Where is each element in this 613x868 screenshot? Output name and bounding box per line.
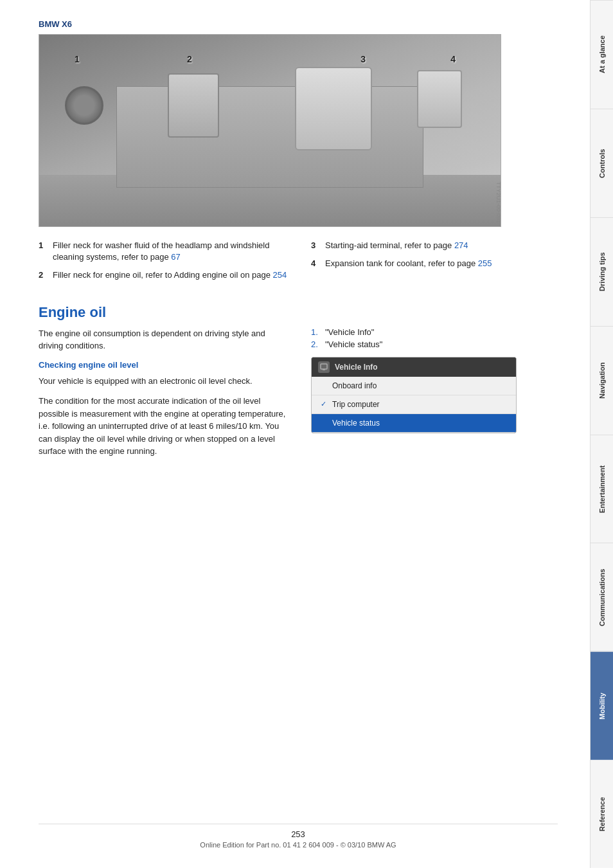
item-2: 2 Filler neck for engine oil, refer to A… [39, 269, 292, 281]
main-content: BMW X6 1 2 3 4 TTY2U1-00-091 1 Fil [0, 0, 590, 868]
engine-part-filler [65, 86, 103, 125]
image-watermark: TTY2U1-00-091 [495, 181, 501, 223]
engine-oil-intro: The engine oil consumption is dependent … [39, 327, 292, 352]
sidebar-tab-reference[interactable]: Reference [591, 760, 613, 868]
section-left: The engine oil consumption is dependent … [39, 327, 292, 466]
check-onboard [321, 382, 328, 390]
sidebar-tab-communications[interactable]: Communications [591, 543, 613, 651]
page-footer: 253 Online Edition for Part no. 01 41 2 … [39, 824, 558, 849]
item-1-number: 1 [39, 240, 48, 263]
sidebar-tab-at-a-glance[interactable]: At a glance [591, 0, 613, 109]
check-trip: ✓ [321, 400, 328, 408]
item-3-number: 3 [311, 240, 320, 251]
vehicle-info-icon [318, 361, 330, 373]
engine-part-oil [168, 73, 219, 138]
svg-rect-0 [321, 364, 327, 369]
menu-trip-computer[interactable]: ✓ Trip computer [312, 395, 516, 414]
sidebar-tab-mobility[interactable]: Mobility [591, 651, 613, 760]
item-3-text: Starting-aid terminal, refer to page 274 [325, 240, 468, 251]
item-4-number: 4 [311, 258, 320, 269]
sidebar: At a glance Controls Driving tips Naviga… [590, 0, 613, 868]
engine-label-1: 1 [75, 54, 80, 64]
items-left-col: 1 Filler neck for washer fluid of the he… [39, 240, 292, 288]
check-vehicle-status [321, 419, 328, 427]
step-1-text: "Vehicle Info" [325, 327, 374, 337]
sidebar-tab-entertainment[interactable]: Entertainment [591, 435, 613, 543]
sidebar-tab-controls[interactable]: Controls [591, 109, 613, 217]
vehicle-info-screenshot: Vehicle Info Onboard info ✓ Trip compute… [311, 357, 517, 433]
oil-level-text-1: Your vehicle is equipped with an electro… [39, 375, 292, 388]
menu-vehicle-status[interactable]: Vehicle status [312, 414, 516, 433]
step-2: 2. "Vehicle status" [311, 339, 564, 349]
steps-list: 1. "Vehicle Info" 2. "Vehicle status" [311, 327, 564, 349]
items-right-col: 3 Starting-aid terminal, refer to page 2… [311, 240, 564, 288]
item-1-text: Filler neck for washer fluid of the head… [53, 240, 292, 263]
item-2-text: Filler neck for engine oil, refer to Add… [53, 269, 287, 281]
step-2-text: "Vehicle status" [325, 339, 382, 349]
engine-bay-image: 1 2 3 4 TTY2U1-00-091 [39, 34, 501, 227]
item-4-link[interactable]: 255 [478, 258, 492, 268]
item-4-text: Expansion tank for coolant, refer to pag… [325, 258, 492, 269]
engine-label-3: 3 [360, 54, 366, 64]
engine-oil-title: Engine oil [39, 304, 564, 321]
copyright-text: Online Edition for Part no. 01 41 2 604 … [200, 841, 396, 849]
oil-level-text-2: The condition for the most accurate indi… [39, 395, 292, 458]
vehicle-label: BMW X6 [39, 19, 564, 29]
item-1: 1 Filler neck for washer fluid of the he… [39, 240, 292, 263]
item-3: 3 Starting-aid terminal, refer to page 2… [311, 240, 564, 251]
screenshot-header: Vehicle Info [312, 357, 516, 377]
item-4: 4 Expansion tank for coolant, refer to p… [311, 258, 564, 269]
engine-oil-body: The engine oil consumption is dependent … [39, 327, 564, 466]
page-number: 253 [39, 829, 558, 839]
menu-onboard-info[interactable]: Onboard info [312, 377, 516, 395]
checking-oil-subtitle: Checking engine oil level [39, 360, 292, 370]
vehicle-info-title: Vehicle Info [335, 363, 378, 372]
item-3-link[interactable]: 274 [454, 240, 468, 250]
step-1-num: 1. [311, 327, 321, 337]
item-2-link[interactable]: 254 [273, 270, 287, 280]
engine-label-4: 4 [450, 54, 456, 64]
engine-label-2: 2 [187, 54, 192, 64]
item-1-link[interactable]: 67 [171, 252, 180, 262]
menu-vehicle-status-label: Vehicle status [332, 419, 380, 428]
screenshot-menu: Onboard info ✓ Trip computer Vehicle sta… [312, 377, 516, 433]
section-right: 1. "Vehicle Info" 2. "Vehicle status" [311, 327, 564, 466]
menu-trip-label: Trip computer [332, 400, 380, 409]
step-2-num: 2. [311, 339, 321, 349]
item-2-number: 2 [39, 269, 48, 281]
step-1: 1. "Vehicle Info" [311, 327, 564, 337]
engine-part-coolant-tank [295, 67, 372, 150]
sidebar-tab-navigation[interactable]: Navigation [591, 326, 613, 435]
engine-part-expansion [417, 70, 462, 128]
menu-onboard-label: Onboard info [332, 381, 377, 390]
sidebar-tab-driving-tips[interactable]: Driving tips [591, 217, 613, 326]
items-section: 1 Filler neck for washer fluid of the he… [39, 240, 564, 288]
